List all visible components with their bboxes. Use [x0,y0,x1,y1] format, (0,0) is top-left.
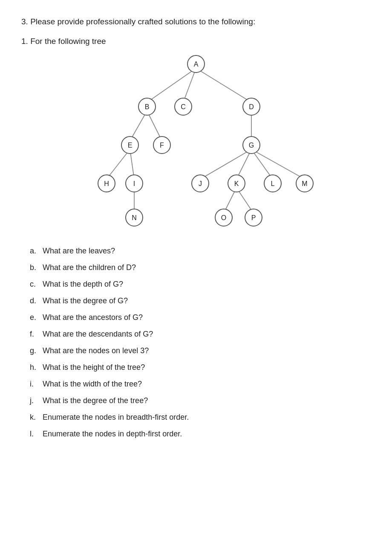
svg-text:K: K [234,180,239,187]
svg-text:A: A [194,61,199,68]
question-text: What is the width of the tree? [43,380,142,389]
svg-text:L: L [271,180,275,187]
svg-text:M: M [302,180,307,187]
sub-question-number: 1. [21,37,28,46]
question-label: h. [30,363,39,372]
node-O: O [215,209,232,226]
svg-text:B: B [145,103,150,110]
svg-text:H: H [104,180,109,187]
node-M: M [296,175,313,192]
node-F: F [153,136,170,154]
svg-line-10 [251,149,273,179]
svg-text:D: D [249,103,254,110]
question-label: a. [30,247,39,256]
question-label: d. [30,296,39,305]
svg-text:F: F [160,142,164,149]
question-header: 3. Please provide professionally crafted… [21,17,371,26]
question-item-j: j.What is the degree of the tree? [30,396,371,405]
question-text: What is the degree of G? [43,296,128,305]
svg-text:I: I [133,180,135,187]
node-P: P [245,209,262,226]
question-text: What is the degree of the tree? [43,396,148,405]
svg-text:E: E [128,142,133,149]
svg-text:G: G [249,142,254,149]
question-item-h: h.What is the height of the tree? [30,363,371,372]
question-text: What are the nodes on level 3? [43,346,149,355]
node-N: N [126,209,143,226]
question-item-a: a.What are the leaves? [30,247,371,256]
svg-text:P: P [251,214,256,221]
question-number: 3. [21,17,28,26]
svg-line-2 [196,68,251,102]
question-item-d: d.What is the degree of G? [30,296,371,305]
question-label: k. [30,413,39,422]
question-text: Please provide professionally crafted so… [30,17,255,26]
question-label: c. [30,280,39,289]
svg-line-6 [107,149,130,179]
node-H: H [98,175,115,192]
svg-text:C: C [181,103,186,110]
sub-question-text: For the following tree [30,37,106,46]
node-G: G [243,136,260,154]
node-L: L [264,175,281,192]
svg-line-3 [130,111,147,141]
node-K: K [228,175,245,192]
question-item-b: b.What are the children of D? [30,263,371,272]
question-label: b. [30,263,39,272]
svg-line-0 [147,68,196,102]
question-text: What is the depth of G? [43,280,123,289]
question-text: What are the descendants of G? [43,330,153,339]
svg-text:N: N [132,214,137,221]
question-item-i: i.What is the width of the tree? [30,380,371,389]
node-C: C [175,98,192,115]
question-label: l. [30,430,39,439]
svg-text:O: O [221,214,226,221]
svg-line-1 [183,68,196,102]
question-text: What are the ancestors of G? [43,313,143,322]
questions-list: a.What are the leaves?b.What are the chi… [21,247,371,439]
question-text: Enumerate the nodes in breadth-first ord… [43,413,189,422]
question-text: Enumerate the nodes in depth-first order… [43,430,182,439]
question-item-e: e.What are the ancestors of G? [30,313,371,322]
svg-line-11 [251,149,305,179]
question-label: e. [30,313,39,322]
node-B: B [138,98,156,115]
question-item-k: k.Enumerate the nodes in breadth-first o… [30,413,371,422]
svg-text:J: J [199,180,202,187]
question-item-g: g.What are the nodes on level 3? [30,346,371,355]
question-item-l: l.Enumerate the nodes in depth-first ord… [30,430,371,439]
question-text: What is the height of the tree? [43,363,145,372]
question-label: i. [30,380,39,389]
node-J: J [192,175,209,192]
node-E: E [121,136,138,154]
node-A: A [187,55,205,73]
question-text: What are the leaves? [43,247,115,256]
question-label: g. [30,346,39,355]
question-text: What are the children of D? [43,263,136,272]
node-I: I [126,175,143,192]
sub-question-header: 1. For the following tree [21,37,371,46]
question-label: j. [30,396,39,405]
question-label: f. [30,330,39,339]
question-item-c: c.What is the depth of G? [30,280,371,289]
tree-diagram: A B C D E F G [21,55,371,234]
node-D: D [243,98,260,115]
svg-line-4 [147,111,162,141]
question-item-f: f.What are the descendants of G? [30,330,371,339]
